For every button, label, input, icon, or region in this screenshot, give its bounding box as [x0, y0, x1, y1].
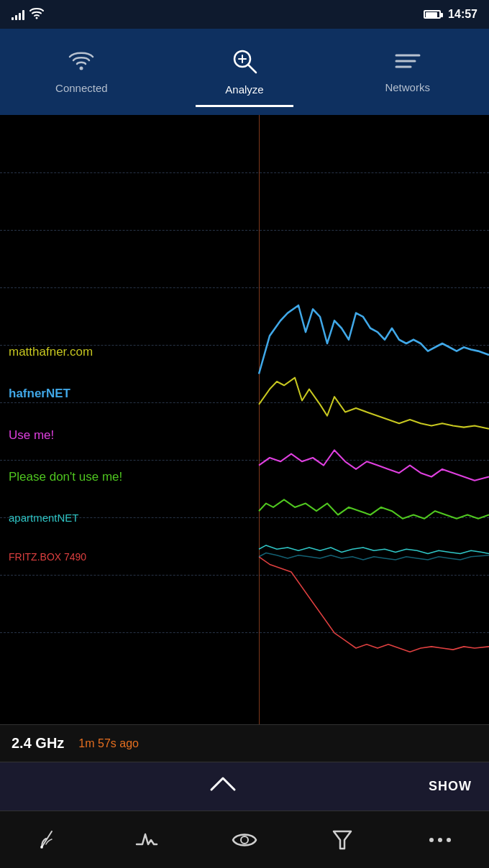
bottom-nav — [0, 811, 489, 868]
wave-nav-icon[interactable] — [125, 818, 168, 862]
time-ago-display: 1m 57s ago — [78, 737, 139, 750]
frequency-display: 2.4 GHz — [12, 735, 64, 752]
signal-nav-icon[interactable] — [27, 818, 70, 862]
networks-icon — [395, 50, 421, 75]
status-bar: 14:57 — [0, 0, 489, 29]
svg-point-14 — [447, 838, 451, 842]
chart-svg — [0, 115, 489, 724]
svg-point-0 — [36, 17, 38, 19]
tab-connected[interactable]: Connected — [0, 38, 163, 106]
tab-connected-label: Connected — [55, 82, 108, 94]
status-left — [12, 6, 45, 23]
tab-analyze[interactable]: Analyze — [163, 37, 326, 107]
svg-point-1 — [80, 67, 83, 70]
more-nav-icon[interactable] — [419, 818, 462, 862]
show-bar: SHOW — [0, 762, 489, 811]
filter-nav-icon[interactable] — [321, 818, 364, 862]
svg-point-13 — [438, 838, 442, 842]
time-display: 14:57 — [448, 8, 477, 21]
battery-icon — [424, 10, 442, 19]
tab-bar: Connected Analyze — [0, 29, 489, 115]
show-button[interactable]: SHOW — [429, 779, 472, 794]
tab-analyze-label: Analyze — [225, 83, 263, 96]
info-bar: 2.4 GHz 1m 57s ago — [0, 724, 489, 762]
chart-area: matthafner.com hafnerNET Use me! Please … — [0, 115, 489, 724]
svg-point-10 — [241, 836, 248, 844]
signal-strength-icon — [12, 9, 24, 20]
analyze-icon — [232, 48, 257, 78]
svg-marker-11 — [334, 831, 351, 849]
status-right: 14:57 — [424, 8, 477, 21]
svg-point-12 — [429, 838, 434, 842]
tab-networks-label: Networks — [385, 81, 430, 93]
chevron-up-icon[interactable] — [209, 774, 237, 799]
app-layout: 14:57 Connected — [0, 0, 489, 868]
wifi-icon — [68, 50, 94, 76]
svg-line-3 — [248, 65, 256, 73]
tab-networks[interactable]: Networks — [326, 39, 489, 105]
svg-point-9 — [40, 846, 43, 849]
wifi-status-icon — [29, 6, 45, 23]
eye-nav-icon[interactable] — [223, 818, 266, 862]
